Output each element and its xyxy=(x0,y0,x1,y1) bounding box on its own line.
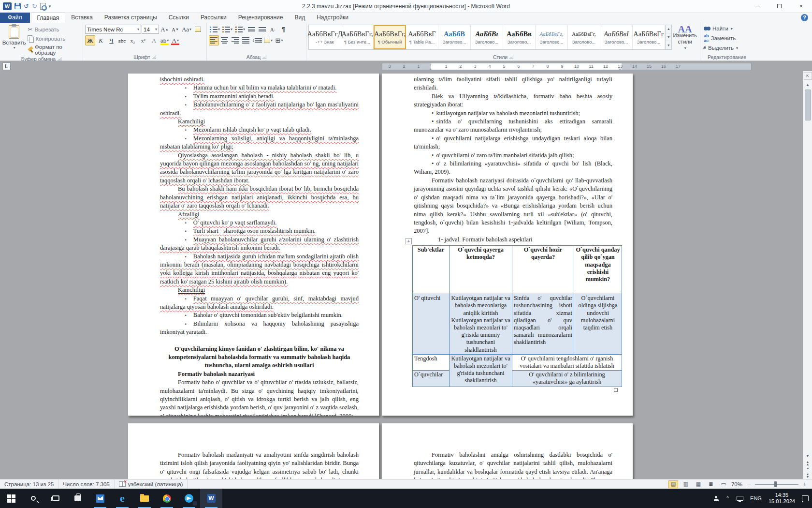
table-move-handle[interactable]: + xyxy=(406,238,412,244)
align-right-button[interactable] xyxy=(230,35,240,45)
clipboard-dialog-launcher-icon[interactable] xyxy=(58,57,61,61)
change-styles-button[interactable]: АА Изменить стили▾ xyxy=(672,24,698,53)
increase-indent-button[interactable] xyxy=(257,24,267,34)
gallery-more-icon[interactable]: ▼ xyxy=(666,41,671,49)
style-item-8[interactable]: АаБбВвГг,Заголово... xyxy=(568,25,600,49)
zoom-in-icon[interactable]: + xyxy=(801,480,808,488)
ribbon-tab-Разметка страницы[interactable]: Разметка страницы xyxy=(99,13,163,23)
web-layout-view-button[interactable]: ▦ xyxy=(694,480,703,488)
ribbon-tab-Главная[interactable]: Главная xyxy=(31,13,66,23)
page-15-left[interactable]: Formativ baholash madaniyati va amaliyot… xyxy=(128,423,379,479)
bullets-button[interactable]: ▾ xyxy=(209,24,221,34)
style-item-9[interactable]: АаБбВвІЗаголово... xyxy=(600,25,633,49)
table-resize-handle[interactable] xyxy=(614,388,618,392)
paste-button[interactable]: Вставить ▾ xyxy=(2,24,26,56)
style-item-5[interactable]: АаБбВıЗаголово... xyxy=(471,25,503,49)
minimize-button[interactable] xyxy=(747,0,768,13)
print-layout-view-button[interactable]: ▤ xyxy=(668,480,678,488)
file-explorer-button[interactable] xyxy=(133,489,156,508)
fullscreen-reading-view-button[interactable]: ▥ xyxy=(681,480,691,488)
ribbon-tab-Ссылки[interactable]: Ссылки xyxy=(163,13,195,23)
clear-formatting-button[interactable] xyxy=(193,24,203,34)
font-dialog-launcher-icon[interactable] xyxy=(152,55,156,59)
justify-button[interactable] xyxy=(241,35,251,45)
superscript-button[interactable]: x² xyxy=(138,35,148,45)
redo-icon[interactable]: ↻ xyxy=(32,3,37,10)
ribbon-tab-Рассылки[interactable]: Рассылки xyxy=(195,13,232,23)
save-icon[interactable] xyxy=(14,3,21,9)
format-painter-button[interactable]: Формат по образцу xyxy=(26,44,81,56)
search-button[interactable] xyxy=(22,489,44,508)
horizontal-ruler[interactable]: ▿ ▵ ▵ 3211234567891011121314151617 xyxy=(382,63,752,70)
styles-dialog-launcher-icon[interactable] xyxy=(509,55,513,59)
cut-button[interactable]: ✂Вырезать xyxy=(26,26,81,33)
word-taskbar-button[interactable]: W xyxy=(200,489,222,508)
language-button[interactable]: ENG xyxy=(747,489,765,508)
chrome-button[interactable] xyxy=(156,489,178,508)
zoom-slider[interactable] xyxy=(755,484,798,485)
font-size-combo[interactable]: 14▾ xyxy=(142,25,159,34)
help-icon[interactable]: ? xyxy=(801,14,808,21)
action-center-button[interactable] xyxy=(798,489,812,508)
style-item-1[interactable]: АаБбВвГг,¶ Без инте... xyxy=(341,25,374,49)
ribbon-tab-Вид[interactable]: Вид xyxy=(289,13,311,23)
store-button[interactable] xyxy=(67,489,89,508)
copy-button[interactable]: Копировать xyxy=(26,35,81,42)
style-item-4[interactable]: АаБбВЗаголово... xyxy=(438,25,471,49)
task-view-button[interactable] xyxy=(44,489,67,508)
scroll-down-icon[interactable]: ▼ xyxy=(804,452,812,460)
zoom-slider-thumb[interactable] xyxy=(774,481,777,487)
show-marks-button[interactable]: ¶ xyxy=(278,24,289,34)
strikethrough-button[interactable]: abc xyxy=(117,35,127,45)
align-left-button[interactable] xyxy=(209,35,219,45)
telegram-button[interactable] xyxy=(178,489,200,508)
tab-selector[interactable]: L xyxy=(2,62,11,70)
edge-button[interactable]: e xyxy=(111,489,133,508)
sort-button[interactable]: А↓ xyxy=(268,24,278,34)
gallery-up-icon[interactable]: ▲ xyxy=(666,25,671,33)
scrollbar-thumb[interactable] xyxy=(805,90,811,120)
ribbon-tab-Файл[interactable]: Файл xyxy=(0,13,30,23)
line-spacing-button[interactable]: ↕▾ xyxy=(251,35,262,45)
hidden-icons-button[interactable]: ⌃ xyxy=(722,489,733,508)
shading-button[interactable]: ▾ xyxy=(263,35,274,45)
style-item-7[interactable]: АаБбВвГг,Заголово... xyxy=(536,25,568,49)
mail-button[interactable] xyxy=(89,489,111,508)
highlight-button[interactable]: ab▾ xyxy=(160,35,170,45)
italic-button[interactable]: К xyxy=(96,35,106,45)
close-button[interactable]: × xyxy=(790,0,812,13)
word-count[interactable]: Число слов: 7 305 xyxy=(58,479,115,489)
zoom-level[interactable]: 70% xyxy=(731,481,742,487)
font-color-button[interactable]: А▾ xyxy=(170,35,180,45)
style-item-6[interactable]: АаБбВвЗаголово... xyxy=(503,25,536,49)
people-button[interactable] xyxy=(710,489,722,508)
scroll-up-icon[interactable]: ▲ xyxy=(804,81,812,89)
decrease-indent-button[interactable] xyxy=(246,24,257,34)
page-16-right[interactable]: Formativ baholashni amalga oshirishning … xyxy=(382,423,633,479)
undo-icon[interactable]: ↺ xyxy=(24,3,29,10)
clock-button[interactable]: 14:3515.01.2024 xyxy=(765,489,798,508)
grow-font-button[interactable]: А▲ xyxy=(160,24,170,34)
zoom-out-icon[interactable]: − xyxy=(745,480,752,488)
borders-button[interactable]: ⊞▾ xyxy=(274,35,284,45)
text-effects-button[interactable]: А xyxy=(149,35,159,45)
change-case-button[interactable]: Аа▾ xyxy=(181,24,192,34)
select-button[interactable]: Выделить▾ xyxy=(702,45,740,51)
style-item-0[interactable]: АаБбВвГгД-++ Знак xyxy=(309,25,341,49)
find-button[interactable]: Найти▾ xyxy=(702,25,740,32)
draft-view-button[interactable]: ▭ xyxy=(719,480,728,488)
style-item-10[interactable]: АаБбВвГгЗаголово... xyxy=(633,25,665,49)
gallery-down-icon[interactable]: ▼ xyxy=(666,33,671,42)
proofing-status[interactable]: узбекский (латиница) xyxy=(115,479,188,489)
page-indicator[interactable]: Страница: 13 из 25 xyxy=(0,479,58,489)
shrink-font-button[interactable]: А▼ xyxy=(170,24,180,34)
previous-page-icon[interactable]: ▲▲ xyxy=(806,460,810,466)
ruler-toggle-icon[interactable]: ⇱ xyxy=(804,72,812,80)
ribbon-tab-Рецензирование[interactable]: Рецензирование xyxy=(232,13,289,23)
subscript-button[interactable]: x₂ xyxy=(128,35,138,45)
next-page-icon[interactable]: ▼▼ xyxy=(806,472,810,479)
style-item-3[interactable]: АаБбВвГ¶ Table Pa... xyxy=(406,25,438,49)
ribbon-tab-Вставка[interactable]: Вставка xyxy=(65,13,99,23)
restore-button[interactable] xyxy=(768,0,790,13)
ribbon-tab-Надстройки[interactable]: Надстройки xyxy=(311,13,354,23)
